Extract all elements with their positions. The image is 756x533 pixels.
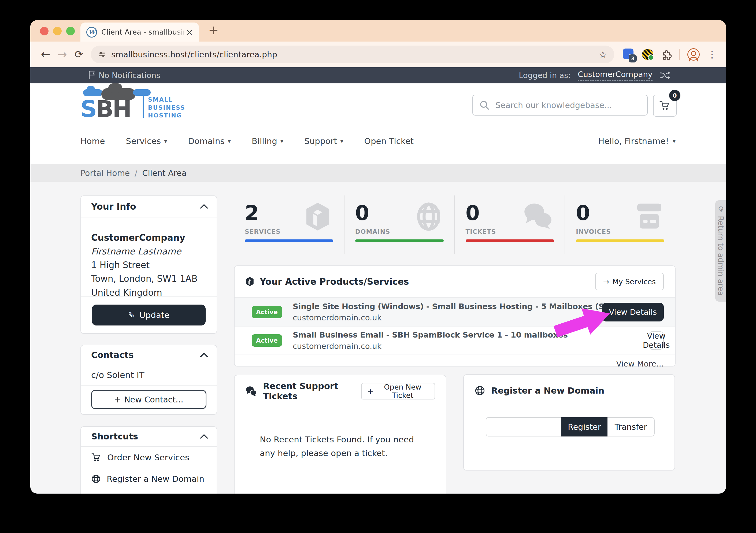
view-details-button[interactable]: View Details [649,331,664,350]
panel-title: Your Info [91,201,136,212]
window-controls [40,27,75,35]
contacts-footer: + New Contact... [81,386,217,413]
close-tab-icon[interactable]: × [186,28,193,37]
logo-letter-b: B [96,95,113,122]
view-details-button[interactable]: View Details [602,303,664,321]
client-company: CustomerCompany [91,231,206,245]
overview-stats: 2 SERVICES 0 [234,196,676,253]
reload-icon[interactable]: ⟳ [70,49,87,60]
switch-account-icon[interactable] [660,71,670,80]
profile-extension-icon[interactable] [642,49,653,60]
register-domain-panel: Register a New Domain Register Transfer [463,374,675,470]
stat-invoices[interactable]: 0 INVOICES [565,196,676,253]
chevron-up-icon[interactable] [200,434,208,439]
chevron-up-icon[interactable] [200,353,208,358]
shortcut-register-domain[interactable]: Register a New Domain [81,468,217,490]
plus-icon: + [114,395,121,404]
site-header: SBH SMALL BUSINESS HOSTING [30,83,726,164]
client-status-bar: No Notifications Logged in as: CustomerC… [30,67,726,83]
active-products-panel: Your Active Products/Services → My Servi… [234,265,676,366]
recent-tickets-header: Recent Support Tickets + Open New Ticket [234,375,446,407]
account-menu[interactable]: Hello, Firstname! ▾ [598,136,676,146]
shortcut-order-new-services[interactable]: Order New Services [81,447,217,468]
logged-in-user-link[interactable]: CustomerCompany [578,70,653,81]
browser-menu-icon[interactable]: ⋮ [707,50,717,59]
return-to-admin-tab[interactable]: ⟳ Return to admin area [715,200,726,302]
zoom-window-button[interactable] [66,27,75,35]
chevron-down-icon: ▾ [340,138,343,145]
browser-profile-avatar[interactable] [688,48,700,61]
contact-entry[interactable]: c/o Solent IT [81,365,217,386]
stat-domains[interactable]: 0 DOMAINS [344,196,455,253]
nav-label: Open Ticket [364,136,414,146]
new-contact-button[interactable]: + New Contact... [91,390,206,409]
your-info-panel: Your Info CustomerCompany Firstname Last… [80,196,217,334]
notifications-link[interactable]: No Notifications [88,71,160,80]
toolbar-divider [679,49,680,60]
extension-badge: 3 [629,54,637,63]
nav-item-domains[interactable]: Domains ▾ [188,136,231,146]
tab-strip: W Client Area - smallbusiness.ho × + [30,20,726,41]
extensions-puzzle-icon[interactable] [661,49,672,60]
knowledgebase-search[interactable] [472,94,648,116]
logo-letter-s: S [80,95,96,122]
cart-icon [91,453,101,462]
register-button[interactable]: Register [561,417,608,437]
service-row[interactable]: Active Single Site Hosting (Windows) - S… [234,297,675,327]
browser-tab[interactable]: W Client Area - smallbusiness.ho × [80,22,199,41]
your-info-header: Your Info [81,196,217,217]
transfer-button[interactable]: Transfer [608,417,655,437]
contacts-panel: Contacts c/o Solent IT + New Contact... [80,345,217,415]
globe-icon [91,474,101,484]
open-new-ticket-button[interactable]: + Open New Ticket [361,383,435,399]
update-button[interactable]: ✎ Update [92,305,205,326]
nav-item-support[interactable]: Support ▾ [304,136,343,146]
chevron-up-icon[interactable] [200,204,208,209]
breadcrumb-separator: / [135,168,137,178]
site-settings-icon[interactable] [98,50,106,59]
contacts-header: Contacts [81,345,217,365]
panel-title: Your Active Products/Services [260,277,409,287]
shortcuts-panel: Shortcuts Order New Services [80,426,217,493]
panel-title: Contacts [91,350,133,360]
greeting-label: Hello, Firstname! [598,136,669,146]
logo-letter-h: H [113,95,131,122]
nav-item-open-ticket[interactable]: Open Ticket [364,136,414,146]
nav-item-billing[interactable]: Billing ▾ [252,136,284,146]
nav-item-services[interactable]: Services ▾ [126,136,167,146]
view-more-link[interactable]: View More... [616,359,664,368]
status-badge: Active [252,306,282,318]
password-extension-icon[interactable]: 3 [623,48,634,60]
cart-icon [659,100,670,111]
stat-underline [466,239,554,242]
status-badge: Active [252,334,282,347]
stat-tickets[interactable]: 0 TICKETS [455,196,565,253]
my-services-button[interactable]: → My Services [595,273,664,290]
search-input[interactable] [495,100,641,110]
browser-window: W Client Area - smallbusiness.ho × + ← →… [30,20,726,493]
forward-icon[interactable]: → [54,49,70,60]
back-icon[interactable]: ← [37,49,54,60]
nav-item-home[interactable]: Home [80,136,105,146]
notifications-label: No Notifications [99,71,160,80]
globe-icon [415,202,442,231]
close-window-button[interactable] [40,27,48,35]
new-tab-button[interactable]: + [208,24,219,36]
globe-icon [474,385,485,396]
service-row[interactable]: Active Small Business Email - SBH SpamBl… [234,327,675,354]
stat-services[interactable]: 2 SERVICES [234,196,344,253]
minimize-window-button[interactable] [53,27,62,35]
address-bar[interactable]: smallbusiness.host/clients/clientarea.ph… [91,45,614,63]
breadcrumb-portal-home[interactable]: Portal Home [80,168,130,178]
arrow-right-icon: → [603,278,609,286]
sbh-logo[interactable]: SBH SMALL BUSINESS HOSTING [80,89,185,119]
recent-tickets-panel: Recent Support Tickets + Open New Ticket… [234,375,446,493]
domain-input[interactable] [486,417,561,437]
cart-button[interactable]: 0 [653,94,677,117]
chevron-down-icon: ▾ [164,138,167,145]
stat-underline [245,239,333,242]
client-address-block: CustomerCompany Firstname Lastname 1 Hig… [81,217,217,300]
nav-label: Domains [188,136,224,146]
bookmark-star-icon[interactable]: ☆ [599,49,607,60]
main-navigation: Home Services ▾ Domains ▾ Billing ▾ Supp… [80,132,676,150]
